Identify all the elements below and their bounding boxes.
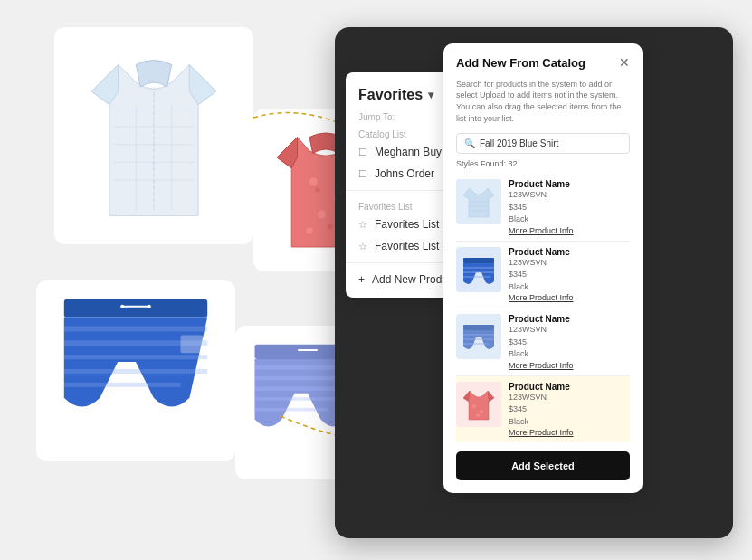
svg-point-53 xyxy=(480,410,483,413)
product-info-2: Product Name 123WSVN $345 Black More Pro… xyxy=(509,247,630,303)
svg-rect-49 xyxy=(463,338,494,340)
product-sku-2: 123WSVN xyxy=(509,257,630,270)
checkbox-icon-2: ☐ xyxy=(358,168,367,180)
product-list[interactable]: Product Name 123WSVN $345 Black More Pro… xyxy=(456,174,630,442)
product-item-3[interactable]: Product Name 123WSVN $345 Black More Pro… xyxy=(456,308,630,376)
styles-found-label: Styles Found: 32 xyxy=(456,159,630,168)
svg-point-17 xyxy=(328,224,332,229)
catalog-item-2-label: Johns Order xyxy=(375,167,434,180)
favorites-item-2-label: Favorites List 2 xyxy=(375,240,448,252)
star-icon-2: ☆ xyxy=(358,241,367,252)
product-price-1: $345 xyxy=(509,202,630,214)
svg-point-15 xyxy=(315,187,319,192)
product-name-4: Product Name xyxy=(509,382,630,392)
svg-rect-42 xyxy=(463,258,494,263)
svg-point-54 xyxy=(476,413,480,417)
product-more-2[interactable]: More Product Info xyxy=(509,293,630,302)
product-name-2: Product Name xyxy=(509,247,630,257)
search-input[interactable] xyxy=(480,138,622,148)
modal-header: Add New From Catalog ✕ xyxy=(456,56,630,71)
product-thumb-2 xyxy=(456,247,501,292)
plus-icon: + xyxy=(358,273,365,286)
product-sku-3: 123WSVN xyxy=(509,324,630,337)
product-info-4: Product Name 123WSVN $345 Black More Pro… xyxy=(509,382,630,438)
svg-rect-43 xyxy=(463,267,494,269)
clothing-blue-shorts-large xyxy=(36,280,235,461)
product-price-3: $345 xyxy=(509,337,630,349)
product-color-1: Black xyxy=(509,214,630,226)
product-sku-4: 123WSVN xyxy=(509,392,630,404)
catalog-item-1-label: Meghann Buy xyxy=(375,146,442,158)
svg-point-26 xyxy=(148,305,151,308)
product-more-3[interactable]: More Product Info xyxy=(509,361,630,370)
product-color-4: Black xyxy=(509,416,630,429)
product-info-3: Product Name 123WSVN $345 Black More Pro… xyxy=(509,314,630,370)
svg-rect-44 xyxy=(463,271,494,273)
product-info-1: Product Name 123WSVN $345 Black More Pro… xyxy=(509,179,630,235)
product-thumb-4 xyxy=(456,382,501,427)
svg-point-9 xyxy=(309,178,318,186)
modal-title: Add New From Catalog xyxy=(456,56,614,71)
svg-rect-27 xyxy=(181,335,204,353)
product-name-3: Product Name xyxy=(509,314,630,324)
product-price-4: $345 xyxy=(509,403,630,416)
favorites-title: Favorites xyxy=(358,87,423,103)
product-color-2: Black xyxy=(509,281,630,294)
product-thumb-3 xyxy=(456,314,501,359)
favorites-item-1-label: Favorites List 1 xyxy=(375,218,448,231)
svg-rect-23 xyxy=(64,383,181,387)
svg-rect-48 xyxy=(463,334,494,336)
star-icon-1: ☆ xyxy=(358,219,367,231)
svg-rect-22 xyxy=(64,369,207,374)
product-more-4[interactable]: More Product Info xyxy=(509,428,630,437)
svg-rect-18 xyxy=(64,299,207,318)
clothing-white-shirt xyxy=(54,27,253,244)
svg-rect-33 xyxy=(255,407,328,411)
checkbox-icon-1: ☐ xyxy=(358,147,367,158)
svg-point-11 xyxy=(318,211,326,219)
svg-rect-21 xyxy=(64,355,207,359)
product-item-1[interactable]: Product Name 123WSVN $345 Black More Pro… xyxy=(456,174,630,242)
svg-point-52 xyxy=(472,404,476,408)
product-more-1[interactable]: More Product Info xyxy=(509,226,630,235)
svg-point-25 xyxy=(120,305,124,308)
svg-point-13 xyxy=(306,227,312,233)
product-item-2[interactable]: Product Name 123WSVN $345 Black More Pro… xyxy=(456,242,630,309)
product-thumb-1 xyxy=(456,179,501,224)
add-from-catalog-modal: Add New From Catalog ✕ Search for produc… xyxy=(443,43,643,493)
svg-rect-19 xyxy=(64,327,207,332)
chevron-down-icon: ▾ xyxy=(428,89,433,101)
product-sku-1: 123WSVN xyxy=(509,189,630,202)
add-selected-button[interactable]: Add Selected xyxy=(456,451,630,480)
modal-description: Search for products in the system to add… xyxy=(456,79,630,124)
svg-rect-32 xyxy=(255,397,345,401)
svg-rect-45 xyxy=(463,276,490,278)
product-item-4[interactable]: Product Name 123WSVN $345 Black More Pro… xyxy=(456,376,630,443)
device-panel: Favorites ▾ Jump To: Catalog List ☐ Megh… xyxy=(335,27,733,538)
svg-rect-47 xyxy=(463,325,494,330)
search-icon: 🔍 xyxy=(464,138,475,148)
product-color-3: Black xyxy=(509,348,630,361)
search-bar[interactable]: 🔍 xyxy=(456,133,630,154)
product-name-1: Product Name xyxy=(509,179,630,189)
close-button[interactable]: ✕ xyxy=(614,56,630,69)
svg-rect-50 xyxy=(463,343,489,345)
product-price-2: $345 xyxy=(509,269,630,281)
